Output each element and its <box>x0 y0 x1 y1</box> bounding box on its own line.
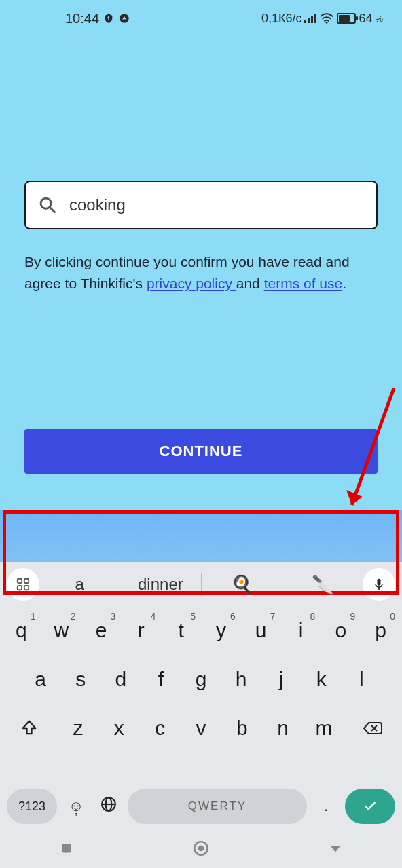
period-key[interactable]: . <box>312 797 340 815</box>
battery-pct-suffix: % <box>375 14 383 24</box>
key-c[interactable]: c <box>141 707 179 749</box>
annotation-arrow <box>340 383 401 518</box>
nav-home-button[interactable] <box>192 839 210 860</box>
circle-arrow-icon <box>118 12 130 24</box>
suggestion-2[interactable]: dinner <box>120 575 200 594</box>
key-e[interactable]: e3 <box>83 609 120 652</box>
suggestion-emoji-knife[interactable]: 🔪 <box>282 574 363 595</box>
key-f[interactable]: f <box>142 658 179 700</box>
backspace-icon <box>362 719 384 737</box>
search-field[interactable] <box>24 181 378 229</box>
wifi-icon <box>319 12 334 24</box>
emoji-key[interactable]: ☺, <box>62 797 90 815</box>
key-j[interactable]: j <box>263 658 300 700</box>
key-v[interactable]: v <box>182 707 220 749</box>
key-y[interactable]: y6 <box>202 609 240 652</box>
nav-recent-button[interactable] <box>59 841 74 858</box>
square-icon <box>59 841 74 856</box>
key-q[interactable]: q1 <box>3 609 40 652</box>
disclaimer-text: By clicking continue you confirm you hav… <box>24 251 378 294</box>
privacy-policy-link[interactable]: privacy policy <box>147 276 236 291</box>
key-grid: q1w2e3r4t5y6u7i8o9p0 asdfghjkl zxcvbnm <box>0 607 402 781</box>
key-m[interactable]: m <box>305 707 343 749</box>
key-d[interactable]: d <box>102 658 139 700</box>
key-p[interactable]: p0 <box>362 609 399 652</box>
search-input[interactable] <box>69 195 364 214</box>
key-t[interactable]: t5 <box>162 609 200 652</box>
svg-point-19 <box>198 846 204 852</box>
circle-icon <box>192 839 210 857</box>
suggestion-emoji-egg[interactable]: 🍳 <box>202 574 282 595</box>
language-key[interactable] <box>95 795 122 817</box>
key-r[interactable]: r4 <box>122 609 160 652</box>
svg-line-3 <box>50 208 55 212</box>
disclaimer-mid: and <box>236 276 264 291</box>
key-k[interactable]: k <box>303 658 340 700</box>
suggestion-1[interactable]: a <box>39 575 120 594</box>
key-h[interactable]: h <box>223 658 260 700</box>
key-i[interactable]: i8 <box>282 609 320 652</box>
disclaimer-suffix: . <box>342 276 346 291</box>
spacebar-key[interactable]: QWERTY <box>128 789 307 824</box>
key-l[interactable]: l <box>343 658 380 700</box>
svg-point-1 <box>326 22 328 24</box>
globe-icon <box>100 795 117 813</box>
backspace-key[interactable] <box>346 707 399 749</box>
signal-icon <box>304 14 316 23</box>
terms-of-use-link[interactable]: terms of use <box>264 276 343 291</box>
key-x[interactable]: x <box>100 707 138 749</box>
key-w[interactable]: w2 <box>43 609 80 652</box>
continue-button[interactable]: CONTINUE <box>24 429 378 474</box>
status-right: 0,1К6/с 64% <box>261 12 383 26</box>
nav-back-button[interactable] <box>328 841 343 858</box>
triangle-down-icon <box>328 841 343 856</box>
check-icon <box>361 799 379 813</box>
svg-rect-17 <box>62 844 71 853</box>
search-icon <box>38 195 57 214</box>
battery-percent: 64 <box>359 12 372 26</box>
app-content: By clicking continue you confirm you hav… <box>0 181 402 294</box>
symbols-key[interactable]: ?123 <box>7 789 57 824</box>
key-o[interactable]: o9 <box>322 609 359 652</box>
key-u[interactable]: u7 <box>242 609 280 652</box>
key-z[interactable]: z <box>59 707 97 749</box>
status-left: 10:44 <box>65 11 130 26</box>
key-a[interactable]: a <box>22 658 59 700</box>
status-data-rate: 0,1К6/с <box>261 12 302 26</box>
status-time: 10:44 <box>65 11 99 26</box>
key-s[interactable]: s <box>62 658 99 700</box>
key-g[interactable]: g <box>182 658 219 700</box>
enter-key[interactable] <box>345 789 395 824</box>
shift-icon <box>20 719 39 738</box>
android-nav-bar <box>0 831 402 868</box>
key-b[interactable]: b <box>223 707 261 749</box>
key-n[interactable]: n <box>264 707 302 749</box>
shield-bolt-icon <box>103 13 114 24</box>
shift-key[interactable] <box>3 707 56 749</box>
keyboard-bottom-row: ?123 ☺, QWERTY . <box>0 781 402 831</box>
svg-marker-5 <box>346 490 363 505</box>
status-bar: 10:44 0,1К6/с 64% <box>0 0 402 37</box>
soft-keyboard: a dinner 🍳 🔪 q1w2e3r4t5y6u7i8o9p0 asdfgh… <box>0 562 402 831</box>
svg-line-4 <box>352 388 394 505</box>
battery-icon <box>337 13 356 24</box>
